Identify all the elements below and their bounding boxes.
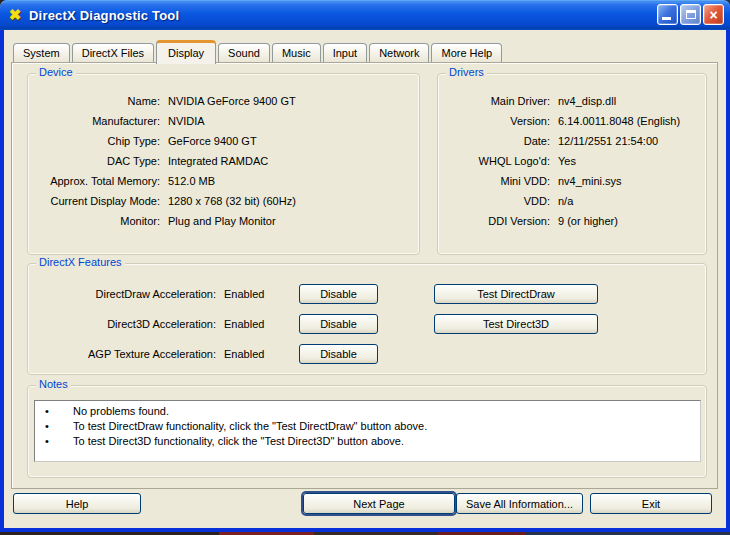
note-text: To test Direct3D functionality, click th… [73,434,404,449]
field-value: GeForce 9400 GT [168,135,257,147]
agp-status: Enabled [224,344,264,364]
display-tab-page: Device Name:NVIDIA GeForce 9400 GT Manuf… [11,62,718,489]
notes-groupbox: Notes •No problems found. •To test Direc… [27,385,707,478]
driver-whql-row: WHQL Logo'd:Yes [446,151,702,171]
tab-strip: System DirectX Files Display Sound Music… [13,39,504,63]
tab-directx-files[interactable]: DirectX Files [72,43,154,63]
field-label: Chip Type: [36,131,160,151]
field-label: Approx. Total Memory: [36,171,160,191]
note-text: No problems found. [73,404,169,419]
directx-features-groupbox: DirectX Features DirectDraw Acceleration… [27,263,707,375]
device-dac-type-row: DAC Type:Integrated RAMDAC [36,151,415,171]
help-button[interactable]: Help [13,493,141,514]
field-label: Name: [36,91,160,111]
field-value: 512.0 MB [168,175,215,187]
field-value: nv4_mini.sys [558,175,622,187]
directdraw-status: Enabled [224,284,264,304]
bullet-icon: • [45,434,49,449]
feature-label: Direct3D Acceleration: [36,314,216,334]
driver-main-row: Main Driver:nv4_disp.dll [446,91,702,111]
features-group-title: DirectX Features [36,256,125,268]
note-text: To test DirectDraw functionality, click … [73,419,427,434]
maximize-icon [686,10,696,19]
device-display-mode-row: Current Display Mode:1280 x 768 (32 bit)… [36,191,415,211]
maximize-button[interactable] [680,4,701,25]
field-value: 6.14.0011.8048 (English) [558,115,680,127]
close-icon: × [704,6,723,25]
tab-music[interactable]: Music [272,43,321,63]
direct3d-row: Direct3D Acceleration: Enabled Disable T… [28,314,706,334]
field-value: Yes [558,155,576,167]
note-line: •To test DirectDraw functionality, click… [35,419,700,434]
feature-label: AGP Texture Acceleration: [36,344,216,364]
field-value: NVIDIA GeForce 9400 GT [168,95,296,107]
field-label: Mini VDD: [446,171,550,191]
field-label: WHQL Logo'd: [446,151,550,171]
directdraw-row: DirectDraw Acceleration: Enabled Disable… [28,284,706,304]
driver-version-row: Version:6.14.0011.8048 (English) [446,111,702,131]
field-label: Monitor: [36,211,160,231]
notes-group-title: Notes [36,378,71,390]
drivers-groupbox: Drivers Main Driver:nv4_disp.dll Version… [437,73,707,255]
tab-system[interactable]: System [13,43,70,63]
tab-input[interactable]: Input [323,43,367,63]
device-groupbox: Device Name:NVIDIA GeForce 9400 GT Manuf… [27,73,420,255]
note-line: •To test Direct3D functionality, click t… [35,434,700,449]
tab-network[interactable]: Network [369,43,429,63]
directdraw-disable-button[interactable]: Disable [299,284,378,304]
driver-vdd-row: VDD:n/a [446,191,702,211]
bullet-icon: • [45,419,49,434]
minimize-button[interactable] [657,4,678,25]
tab-more-help[interactable]: More Help [431,43,502,63]
titlebar[interactable]: ✖ DirectX Diagnostic Tool × [0,0,730,30]
exit-button[interactable]: Exit [590,493,712,514]
save-all-information-button[interactable]: Save All Information... [456,493,583,514]
test-directdraw-button[interactable]: Test DirectDraw [434,284,598,304]
window-body: System DirectX Files Display Sound Music… [0,30,730,532]
field-value: NVIDIA [168,115,205,127]
device-memory-row: Approx. Total Memory:512.0 MB [36,171,415,191]
close-button[interactable]: × [703,4,724,25]
tab-display[interactable]: Display [156,40,216,64]
field-value: 9 (or higher) [558,215,618,227]
field-label: DDI Version: [446,211,550,231]
direct3d-disable-button[interactable]: Disable [299,314,378,334]
driver-date-row: Date:12/11/2551 21:54:00 [446,131,702,151]
directx-icon: ✖ [7,7,23,23]
direct3d-status: Enabled [224,314,264,334]
agp-texture-row: AGP Texture Acceleration: Enabled Disabl… [28,344,706,364]
driver-minivdd-row: Mini VDD:nv4_mini.sys [446,171,702,191]
device-manufacturer-row: Manufacturer:NVIDIA [36,111,415,131]
field-label: Version: [446,111,550,131]
note-line: •No problems found. [35,404,700,419]
device-chip-type-row: Chip Type:GeForce 9400 GT [36,131,415,151]
device-group-title: Device [36,66,76,78]
field-label: DAC Type: [36,151,160,171]
field-value: Integrated RAMDAC [168,155,268,167]
field-label: Main Driver: [446,91,550,111]
field-label: VDD: [446,191,550,211]
field-value: Plug and Play Monitor [168,215,276,227]
field-value: n/a [558,195,573,207]
tab-sound[interactable]: Sound [218,43,270,63]
agp-disable-button[interactable]: Disable [299,344,378,364]
field-value: nv4_disp.dll [558,95,616,107]
feature-label: DirectDraw Acceleration: [36,284,216,304]
dxdiag-window: ✖ DirectX Diagnostic Tool × System Direc… [0,0,730,532]
field-label: Date: [446,131,550,151]
device-monitor-row: Monitor:Plug and Play Monitor [36,211,415,231]
field-label: Manufacturer: [36,111,160,131]
test-direct3d-button[interactable]: Test Direct3D [434,314,598,334]
device-name-row: Name:NVIDIA GeForce 9400 GT [36,91,415,111]
field-value: 1280 x 768 (32 bit) (60Hz) [168,195,296,207]
window-title: DirectX Diagnostic Tool [29,8,179,23]
field-value: 12/11/2551 21:54:00 [558,135,658,147]
field-label: Current Display Mode: [36,191,160,211]
notes-textbox[interactable]: •No problems found. •To test DirectDraw … [34,400,701,462]
minimize-icon [662,17,671,20]
bullet-icon: • [45,404,49,419]
driver-ddi-row: DDI Version:9 (or higher) [446,211,702,231]
next-page-button[interactable]: Next Page [303,493,455,514]
drivers-group-title: Drivers [446,66,487,78]
